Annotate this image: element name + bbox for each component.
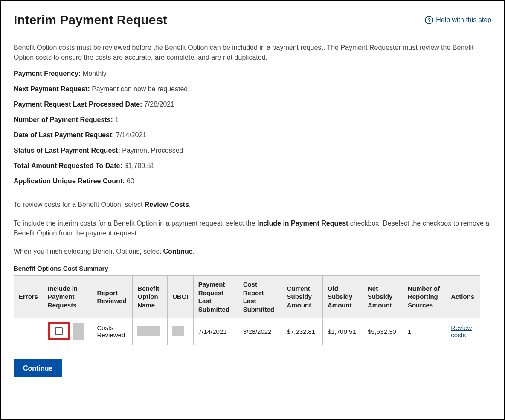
field-label: Application Unique Retiree Count: xyxy=(14,177,125,185)
continue-button[interactable]: Continue xyxy=(14,359,62,377)
cell-num-sources: 1 xyxy=(403,318,446,345)
field-value: 1 xyxy=(113,116,119,123)
instr-text: . xyxy=(189,201,191,208)
field-payment-frequency: Payment Frequency: Monthly xyxy=(14,70,491,78)
page-title: Interim Payment Request xyxy=(14,13,167,27)
cell-net-subsidy: $5,532.30 xyxy=(363,318,403,345)
field-num-payment-requests: Number of Payment Requests: 1 xyxy=(14,116,491,124)
cell-uboi xyxy=(168,318,194,345)
instr-bold: Include in Payment Request xyxy=(257,220,348,227)
include-checkbox[interactable] xyxy=(55,327,63,335)
th-net-subsidy: Net Subsidy Amount xyxy=(363,276,403,318)
instructions: To review costs for a Benefit Option, se… xyxy=(14,200,491,256)
cell-errors xyxy=(14,318,43,345)
field-value: Payment Processed xyxy=(120,147,183,154)
cell-report-reviewed: Costs Reviewed xyxy=(92,318,133,345)
redacted-block xyxy=(137,326,160,336)
field-value: $1,700.51 xyxy=(122,162,155,169)
help-link-label: Help with this step xyxy=(436,16,491,24)
cell-current-subsidy: $7,232.81 xyxy=(282,318,322,345)
field-label: Total Amount Requested To Date: xyxy=(14,162,122,169)
field-total-requested: Total Amount Requested To Date: $1,700.5… xyxy=(14,162,491,170)
field-label: Status of Last Payment Request: xyxy=(14,147,120,154)
th-actions: Actions xyxy=(446,276,480,318)
field-value: Monthly xyxy=(81,70,106,77)
cell-cost-last-submitted: 3/28/2022 xyxy=(238,318,282,345)
field-label: Number of Payment Requests: xyxy=(14,116,113,123)
review-costs-link[interactable]: Review costs xyxy=(451,324,472,339)
field-retiree-count: Application Unique Retiree Count: 60 xyxy=(14,177,491,185)
th-current-subsidy: Current Subsidy Amount xyxy=(282,276,322,318)
cell-include xyxy=(43,318,92,345)
cell-benefit-option-name xyxy=(133,318,168,345)
instr-text: To review costs for a Benefit Option, se… xyxy=(14,201,145,208)
instr-text: To include the interim costs for a Benef… xyxy=(14,220,257,227)
cell-payment-last-submitted: 7/14/2021 xyxy=(193,318,238,345)
field-last-processed-date: Payment Request Last Processed Date: 7/2… xyxy=(14,101,491,108)
cell-actions: Review costs xyxy=(446,318,480,345)
instr-bold: Review Costs xyxy=(145,201,189,208)
instr-bold: Continue xyxy=(163,248,192,255)
table-header-row: Errors Include in Payment Requests Repor… xyxy=(14,276,480,318)
th-old-subsidy: Old Subsidy Amount xyxy=(323,276,363,318)
field-label: Payment Request Last Processed Date: xyxy=(14,101,142,108)
th-num-sources: Number of Reporting Sources xyxy=(403,276,446,318)
field-value: Payment can now be requested xyxy=(90,85,188,93)
field-value: 7/14/2021 xyxy=(114,131,147,139)
field-next-payment-request: Next Payment Request: Payment can now be… xyxy=(14,85,491,93)
th-cost-last-submitted: Cost Report Last Submitted xyxy=(238,276,282,318)
redacted-block xyxy=(73,323,84,340)
table-title: Benefit Options Cost Summary xyxy=(14,265,491,272)
field-label: Payment Frequency: xyxy=(14,70,81,77)
th-errors: Errors xyxy=(14,276,43,318)
th-benefit-option-name: Benefit Option Name xyxy=(133,276,168,318)
table-row: Costs Reviewed 7/14/2021 3/28/2022 $7,23… xyxy=(14,318,480,345)
field-value: 7/28/2021 xyxy=(142,101,174,108)
benefit-options-table: Errors Include in Payment Requests Repor… xyxy=(14,275,480,345)
highlight-box xyxy=(48,322,70,340)
instr-text: . xyxy=(193,248,194,255)
field-label: Next Payment Request: xyxy=(14,85,90,93)
th-payment-last-submitted: Payment Request Last Submitted xyxy=(193,276,238,318)
field-value: 60 xyxy=(125,177,134,185)
help-link[interactable]: ? Help with this step xyxy=(425,16,491,24)
redacted-block xyxy=(172,326,184,336)
intro-text: Benefit Option costs must be reviewed be… xyxy=(14,43,491,62)
th-report-reviewed: Report Reviewed xyxy=(92,276,133,318)
question-icon: ? xyxy=(425,16,433,24)
field-status-last-request: Status of Last Payment Request: Payment … xyxy=(14,147,491,154)
field-label: Date of Last Payment Request: xyxy=(14,131,114,139)
cell-old-subsidy: $1,700.51 xyxy=(323,318,363,345)
th-uboi: UBOI xyxy=(168,276,194,318)
field-date-last-request: Date of Last Payment Request: 7/14/2021 xyxy=(14,131,491,139)
instr-text: When you finish selecting Benefit Option… xyxy=(14,248,163,255)
th-include: Include in Payment Requests xyxy=(43,276,92,318)
